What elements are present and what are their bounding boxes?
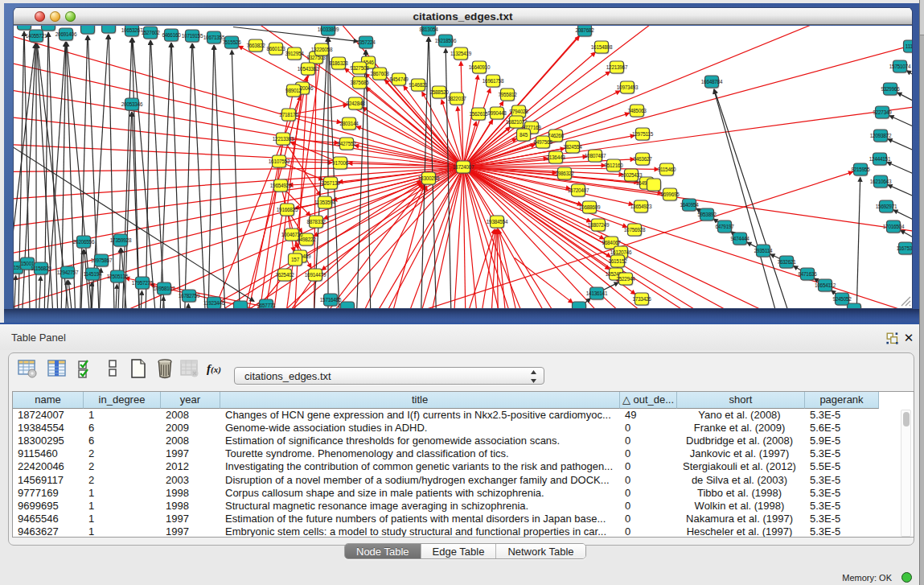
graph-node[interactable]: 8454749 <box>389 73 409 86</box>
table-cell[interactable]: 1 <box>84 525 158 538</box>
close-panel-icon[interactable]: ✕ <box>902 332 915 344</box>
graph-node[interactable]: 1527602 <box>141 27 160 39</box>
column-header-year[interactable]: year <box>161 392 220 409</box>
table-cell[interactable]: 18724007 <box>13 409 80 422</box>
graph-node[interactable]: 6479197 <box>715 220 734 233</box>
table-cell[interactable]: 5.5E-5 <box>805 460 876 473</box>
tab-node-table[interactable]: Node Table <box>345 544 421 558</box>
graph-node[interactable]: 8660123 <box>266 43 285 56</box>
graph-node[interactable]: 7485063 <box>627 105 647 117</box>
table-cell[interactable]: 9115460 <box>13 447 80 460</box>
table-cell[interactable]: Hescheler et al. (1997) <box>677 525 802 538</box>
graph-node[interactable]: 9657771 <box>257 299 276 308</box>
graph-node[interactable]: 8186328 <box>329 57 348 70</box>
graph-node[interactable]: 5953892 <box>697 208 717 221</box>
network-graph[interactable]: 1405572120691406106532671527602646616010… <box>14 26 912 308</box>
graph-node[interactable]: 1562615 <box>469 108 488 121</box>
table-cell[interactable]: 1 <box>84 500 158 513</box>
graph-node[interactable]: 8471636 <box>798 268 817 281</box>
table-cell[interactable]: 5.6E-5 <box>805 422 876 435</box>
table-cell[interactable]: 1 <box>84 513 158 525</box>
table-cell[interactable]: 0 <box>620 500 674 513</box>
graph-node[interactable]: 9327508 <box>350 62 369 75</box>
table-cell[interactable]: Embryonic stem cells: a model to study s… <box>220 525 617 538</box>
graph-node[interactable]: 9227349 <box>873 106 892 119</box>
table-cell[interactable]: 5.3E-5 <box>805 500 876 513</box>
table-cell[interactable]: 2 <box>84 447 158 460</box>
table-cell[interactable]: Changes of HCN gene expression and I(f) … <box>220 409 617 422</box>
network-canvas[interactable]: 1405572120691406106532671527602646616010… <box>14 26 912 308</box>
column-header-short[interactable]: short <box>677 392 805 409</box>
table-cell[interactable]: 1997 <box>161 447 217 460</box>
graph-node[interactable]: 157 <box>289 253 303 266</box>
graph-node[interactable]: 6497568 <box>533 136 552 149</box>
table-cell[interactable]: 19384554 <box>13 422 80 435</box>
table-cell[interactable]: 2008 <box>161 409 217 422</box>
new-file-icon[interactable] <box>128 358 149 379</box>
table-cell[interactable]: 5.3E-5 <box>805 447 876 460</box>
node-table[interactable]: namein_degreeyeartitle△ out_de...shortpa… <box>12 391 914 538</box>
table-cell[interactable]: 5.3E-5 <box>805 513 876 525</box>
table-cell[interactable]: 9777169 <box>13 487 80 500</box>
table-cell[interactable]: 6 <box>84 422 158 435</box>
graph-node[interactable]: 7632621 <box>777 256 796 269</box>
table-cell[interactable]: 1998 <box>161 500 217 513</box>
graph-node[interactable]: 9242848 <box>346 97 365 110</box>
table-cell[interactable]: Franke et al. (2009) <box>677 422 802 435</box>
column-header-out_de[interactable]: △ out_de... <box>620 392 677 409</box>
graph-node[interactable]: 2136443 <box>546 151 565 164</box>
graph-node[interactable]: 7357224 <box>356 36 376 49</box>
table-cell[interactable]: 2012 <box>161 460 217 473</box>
table-cell[interactable]: 9465546 <box>13 513 80 525</box>
float-window-icon[interactable] <box>886 332 898 344</box>
table-cell[interactable]: 5.3E-5 <box>805 487 876 500</box>
table-cell[interactable]: 6 <box>84 435 158 447</box>
graph-node[interactable]: 6466160 <box>162 29 181 42</box>
table-cell[interactable]: 0 <box>620 487 674 500</box>
table-cell[interactable]: 18300295 <box>13 435 80 447</box>
table-cell[interactable]: Estimation of the future numbers of pati… <box>220 513 617 525</box>
graph-node[interactable]: 9115460 <box>658 163 676 176</box>
graph-node[interactable]: 2867608 <box>370 68 389 80</box>
graph-node[interactable]: 2803144 <box>339 117 359 130</box>
table-cell[interactable]: Genome-wide association studies in ADHD. <box>220 422 617 435</box>
table-cell[interactable]: 2008 <box>161 435 217 447</box>
graph-node[interactable]: 9463627 <box>633 153 652 166</box>
graph-node[interactable]: 2718176 <box>279 109 298 122</box>
table-cell[interactable]: 1 <box>84 487 158 500</box>
graph-node[interactable] <box>573 302 587 308</box>
table-cell[interactable]: 0 <box>620 525 674 538</box>
table-cell[interactable]: Structural magnetic resonance image aver… <box>220 500 617 513</box>
graph-node[interactable]: 917006 <box>332 157 349 170</box>
graph-node[interactable]: 9474444 <box>730 233 749 245</box>
row-height-icon[interactable] <box>102 358 123 379</box>
graph-node[interactable]: 989012 <box>285 84 302 97</box>
graph-node[interactable] <box>848 303 862 308</box>
graph-node[interactable] <box>341 302 355 308</box>
table-cell[interactable]: de Silva et al. (2003) <box>677 474 802 487</box>
graph-node[interactable] <box>102 26 117 34</box>
select-columns-icon[interactable] <box>76 358 97 379</box>
table-cell[interactable]: 5.3E-5 <box>805 525 876 538</box>
table-cell[interactable]: Estimation of significance thresholds fo… <box>220 435 617 447</box>
graph-node[interactable]: 7515526 <box>222 36 241 49</box>
resize-grip-icon[interactable] <box>899 295 912 307</box>
graph-node[interactable]: 1733426 <box>632 293 651 306</box>
show-columns-icon[interactable] <box>47 358 68 379</box>
table-cell[interactable]: 0 <box>620 474 674 487</box>
table-cell[interactable]: 0 <box>620 447 674 460</box>
delete-trash-icon[interactable] <box>154 358 175 379</box>
table-cell[interactable]: Wolkin et al. (1998) <box>677 500 802 513</box>
graph-node[interactable] <box>81 26 96 35</box>
table-mode-icon[interactable] <box>17 358 38 379</box>
graph-node[interactable]: 1145194 <box>84 268 102 281</box>
graph-node[interactable]: 3912954 <box>285 47 304 60</box>
table-cell[interactable]: 1997 <box>161 525 217 538</box>
column-header-pagerank[interactable]: pagerank <box>805 392 879 409</box>
table-cell[interactable]: 0 <box>620 435 674 447</box>
table-cell[interactable]: Yano et al. (2008) <box>677 409 802 422</box>
graph-node[interactable]: 7955812 <box>498 89 517 101</box>
table-cell[interactable]: Corpus callosum shape and size in male p… <box>220 487 617 500</box>
table-cell[interactable]: 2 <box>84 460 158 473</box>
column-header-title[interactable]: title <box>220 392 620 409</box>
